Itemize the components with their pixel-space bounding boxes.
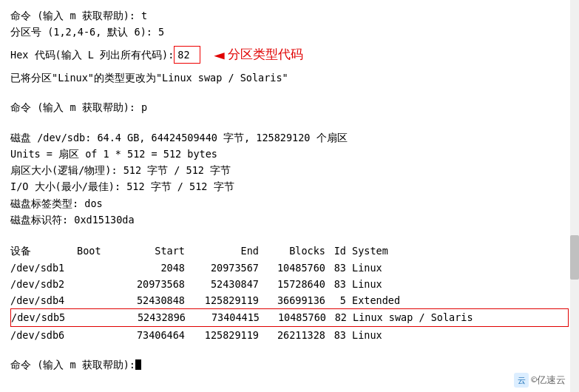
- cell-sdb5-dev: /dev/sdb5: [11, 309, 78, 325]
- table-row-sdb6: /dev/sdb6 73406464 125829119 26211328 83…: [10, 327, 569, 343]
- arrow-annotation: ◄ 分区类型代码: [214, 41, 302, 70]
- io-size-text: I/O 大小(最小/最佳): 512 字节 / 512 字节: [10, 178, 234, 195]
- cmd-p-text: 命令 (输入 m 获取帮助): p: [10, 99, 147, 115]
- disk-table: 设备 Boot Start End Blocks Id System /dev/…: [10, 243, 569, 343]
- main-container: 命令 (输入 m 获取帮助): t 分区号 (1,2,4-6, 默认 6): 5…: [0, 0, 579, 392]
- cell-sdb6-id: 83: [325, 327, 346, 343]
- line-disk-id: 磁盘标识符: 0xd15130da: [10, 212, 569, 228]
- cell-sdb1-start: 2048: [109, 260, 185, 276]
- watermark-icon: 云: [514, 373, 529, 388]
- cell-sdb6-boot: [77, 327, 109, 343]
- cmd-t-text: 命令 (输入 m 获取帮助): t: [10, 7, 147, 24]
- cell-sdb1-system: Linux: [346, 260, 382, 276]
- cell-sdb1-dev: /dev/sdb1: [10, 260, 77, 276]
- line-sector-size: 扇区大小(逻辑/物理): 512 字节 / 512 字节: [10, 162, 569, 178]
- terminal-area: 命令 (输入 m 获取帮助): t 分区号 (1,2,4-6, 默认 6): 5…: [0, 0, 579, 392]
- line-cmd-t: 命令 (输入 m 获取帮助): t: [10, 7, 569, 24]
- cell-sdb5-blocks: 10485760: [260, 309, 326, 325]
- line-partition-changed: 已将分区"Linux"的类型更改为"Linux swap / Solaris": [10, 70, 569, 86]
- cell-sdb4-end: 125829119: [185, 292, 259, 308]
- col-header-system: System: [346, 243, 388, 259]
- scrollbar-thumb[interactable]: [570, 235, 579, 280]
- col-header-boot: Boot: [77, 243, 109, 259]
- cell-sdb6-blocks: 26211328: [259, 327, 325, 343]
- cell-sdb2-blocks: 15728640: [259, 276, 325, 292]
- cell-sdb1-end: 20973567: [185, 260, 259, 276]
- col-header-id: Id: [325, 243, 346, 259]
- cell-sdb5-boot: [78, 309, 110, 325]
- units-text: Units = 扇区 of 1 * 512 = 512 bytes: [10, 146, 217, 162]
- cell-sdb2-start: 20973568: [109, 276, 185, 292]
- table-row-sdb4: /dev/sdb4 52430848 125829119 36699136 5 …: [10, 292, 569, 308]
- hex-label: Hex 代码(输入 L 列出所有代码):: [10, 47, 174, 63]
- watermark: 云 ©亿速云: [514, 373, 566, 388]
- line-partition-num: 分区号 (1,2,4-6, 默认 6): 5: [10, 24, 569, 40]
- empty-line-4: [10, 343, 569, 356]
- cell-sdb6-system: Linux: [346, 327, 382, 343]
- cell-sdb5-id: 82: [326, 309, 347, 325]
- cell-sdb2-boot: [77, 276, 109, 292]
- cell-sdb6-end: 125829119: [185, 327, 259, 343]
- col-header-start: Start: [109, 243, 185, 259]
- table-row-sdb5: /dev/sdb5 52432896 73404415 10485760 82 …: [10, 308, 569, 326]
- table-row-sdb1: /dev/sdb1 2048 20973567 10485760 83 Linu…: [10, 260, 569, 276]
- cell-sdb2-dev: /dev/sdb2: [10, 276, 77, 292]
- scrollbar[interactable]: [570, 0, 579, 392]
- cell-sdb2-system: Linux: [346, 276, 382, 292]
- hex-line: Hex 代码(输入 L 列出所有代码): 82 ◄ 分区类型代码: [10, 41, 569, 70]
- cell-sdb1-boot: [77, 260, 109, 276]
- col-header-blocks: Blocks: [259, 243, 325, 259]
- line-disk-label: 磁盘标签类型: dos: [10, 195, 569, 212]
- cell-sdb2-id: 83: [325, 276, 346, 292]
- cell-sdb1-blocks: 10485760: [259, 260, 325, 276]
- empty-line-1: [10, 86, 569, 99]
- empty-line-3: [10, 228, 569, 241]
- cmd-final-text: 命令 (输入 m 获取帮助):: [10, 356, 135, 373]
- cell-sdb4-system: Extended: [346, 292, 400, 308]
- cell-sdb6-start: 73406464: [109, 327, 185, 343]
- cell-sdb4-blocks: 36699136: [259, 292, 325, 308]
- cell-sdb1-id: 83: [325, 260, 346, 276]
- red-arrow-icon: ◄: [214, 41, 224, 70]
- cell-sdb4-dev: /dev/sdb4: [10, 292, 77, 308]
- line-cmd-final: 命令 (输入 m 获取帮助):: [10, 356, 569, 373]
- col-header-end: End: [185, 243, 259, 259]
- disk-label-text: 磁盘标签类型: dos: [10, 195, 103, 212]
- line-disk-info: 磁盘 /dev/sdb: 64.4 GB, 64424509440 字节, 12…: [10, 129, 569, 146]
- cell-sdb2-end: 52430847: [185, 276, 259, 292]
- cell-sdb6-dev: /dev/sdb6: [10, 327, 77, 343]
- cell-sdb4-start: 52430848: [109, 292, 185, 308]
- cursor: [135, 359, 141, 370]
- disk-id-text: 磁盘标识符: 0xd15130da: [10, 212, 135, 228]
- disk-info-text: 磁盘 /dev/sdb: 64.4 GB, 64424509440 字节, 12…: [10, 129, 348, 146]
- table-row-sdb2: /dev/sdb2 20973568 52430847 15728640 83 …: [10, 276, 569, 292]
- cell-sdb5-end: 73404415: [186, 309, 260, 325]
- col-header-device: 设备: [10, 243, 77, 259]
- cell-sdb5-system: Linux swap / Solaris: [347, 309, 473, 325]
- watermark-text: ©亿速云: [531, 374, 566, 387]
- cell-sdb4-boot: [77, 292, 109, 308]
- line-io-size: I/O 大小(最小/最佳): 512 字节 / 512 字节: [10, 178, 569, 195]
- hex-value: 82: [174, 46, 200, 64]
- partition-num-text: 分区号 (1,2,4-6, 默认 6): 5: [10, 24, 164, 40]
- empty-line-2: [10, 116, 569, 129]
- line-cmd-p: 命令 (输入 m 获取帮助): p: [10, 99, 569, 115]
- table-header-row: 设备 Boot Start End Blocks Id System: [10, 243, 569, 259]
- partition-changed-text: 已将分区"Linux"的类型更改为"Linux swap / Solaris": [10, 70, 288, 86]
- cell-sdb4-id: 5: [325, 292, 346, 308]
- cell-sdb5-start: 52432896: [110, 309, 186, 325]
- sector-size-text: 扇区大小(逻辑/物理): 512 字节 / 512 字节: [10, 162, 231, 178]
- line-units: Units = 扇区 of 1 * 512 = 512 bytes: [10, 146, 569, 162]
- annotation-label: 分区类型代码: [228, 44, 303, 65]
